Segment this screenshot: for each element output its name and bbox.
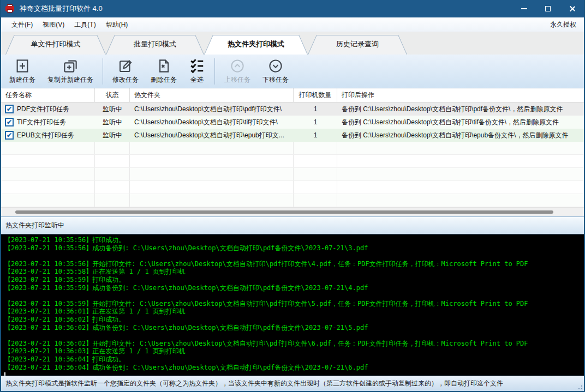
task-after-print: 备份到 C:\Users\zhou\Desktop\文档自动打印\tif备份文件… <box>337 118 584 127</box>
resize-grip-icon[interactable] <box>576 383 583 390</box>
col-printer-count: 打印机数量 <box>294 88 337 102</box>
close-icon <box>569 5 575 12</box>
new-task-icon <box>14 58 31 74</box>
minimize-icon <box>521 8 527 9</box>
log-line: 【2023-07-21 10:35:59】打印成功。 <box>4 276 581 284</box>
empty-row <box>1 155 584 168</box>
task-printer-count: 1 <box>294 105 337 113</box>
task-table: 任务名称 状态 热文件夹 打印机数量 打印后操作 ✔ PDF文件打印任务 监听中… <box>1 88 584 207</box>
title-bar: 神奇文档批量打印软件 4.0 <box>1 0 584 17</box>
task-status: 监听中 <box>95 131 130 140</box>
log-line <box>4 252 581 260</box>
col-after-print: 打印后操作 <box>337 88 584 102</box>
task-hot-folder: C:\Users\zhou\Desktop\文档自动打印\pdf打印文件\ <box>130 105 294 114</box>
move-down-task-button[interactable]: 下移任务 <box>256 56 295 87</box>
print-log-console: 【2023-07-21 10:35:56】打印成功。 【2023-07-21 1… <box>1 234 584 376</box>
log-line: 【2023-07-21 10:36:02】打印成功。 <box>4 316 581 324</box>
log-line <box>4 331 581 340</box>
window-title: 神奇文档批量打印软件 4.0 <box>20 4 103 14</box>
menu-file[interactable]: 文件(F) <box>7 18 38 32</box>
row-checkbox[interactable]: ✔ <box>5 118 14 126</box>
task-hot-folder: C:\Users\zhou\Desktop\文档自动打印\epub打印文... <box>130 131 294 140</box>
toolbar-separator <box>214 58 215 85</box>
edit-task-button[interactable]: 修改任务 <box>106 56 145 87</box>
task-printer-count: 1 <box>294 131 337 139</box>
new-task-button[interactable]: 新建任务 <box>3 56 41 87</box>
log-line: 【2023-07-21 10:35:59】成功备份到: C:\Users\zho… <box>4 284 581 292</box>
horizontal-scrollbar[interactable] <box>1 207 584 216</box>
table-row[interactable]: ✔ PDF文件打印任务 监听中 C:\Users\zhou\Desktop\文档… <box>1 102 584 116</box>
tab-batch-mode[interactable]: 批量打印模式 <box>106 35 204 55</box>
task-after-print: 备份到 C:\Users\zhou\Desktop\文档自动打印\epub备份文… <box>337 131 584 140</box>
app-window: 神奇文档批量打印软件 4.0 文件(F) 视图(V) 工具(T) 帮助(H) 永… <box>0 0 585 392</box>
task-name: EPUB文件打印任务 <box>17 131 74 140</box>
tab-strip: 单文件打印模式 批量打印模式 热文件夹打印模式 历史记录查询 <box>1 32 584 55</box>
task-name: TIF文件打印任务 <box>17 118 66 127</box>
menu-tools[interactable]: 工具(T) <box>69 18 100 32</box>
listening-status-bar: 热文件夹打印监听中 <box>1 216 584 234</box>
log-line: 【2023-07-21 10:35:56】成功备份到: C:\Users\zho… <box>4 244 581 252</box>
table-row[interactable]: ✔ TIF文件打印任务 监听中 C:\Users\zhou\Desktop\文档… <box>1 116 584 129</box>
task-status: 监听中 <box>95 105 130 114</box>
copy-new-task-icon <box>62 58 79 74</box>
move-up-icon <box>229 58 246 74</box>
log-line: 【2023-07-21 10:36:01】正在发送第 1 / 1 页到打印机 <box>4 307 581 316</box>
status-bar: 热文件夹打印模式是指软件监听一个您指定的文件夹（可称之为热文件夹），当该文件夹中… <box>1 376 584 391</box>
toolbar-separator <box>103 58 103 85</box>
delete-task-button[interactable]: 删除任务 <box>145 56 183 87</box>
task-status: 监听中 <box>95 118 130 127</box>
log-line: 【2023-07-21 10:36:02】开始打印文件: C:\Users\zh… <box>4 340 581 348</box>
row-checkbox[interactable]: ✔ <box>5 105 14 113</box>
log-line: 【2023-07-21 10:35:56】开始打印文件: C:\Users\zh… <box>4 260 581 268</box>
empty-row <box>1 142 584 155</box>
col-status: 状态 <box>95 88 130 102</box>
license-status: 永久授权 <box>550 20 578 29</box>
select-all-button[interactable]: 全选 <box>183 56 211 87</box>
log-line: 【2023-07-21 10:36:02】成功备份到: C:\Users\zho… <box>4 324 581 332</box>
col-task-name: 任务名称 <box>1 88 95 102</box>
log-line: 【2023-07-21 10:36:04】成功备份到: C:\Users\zho… <box>4 364 581 372</box>
task-hot-folder: C:\Users\zhou\Desktop\文档自动打印\tif打印文件\ <box>130 118 294 127</box>
menu-bar: 文件(F) 视图(V) 工具(T) 帮助(H) 永久授权 <box>1 17 584 32</box>
toolbar: 新建任务 复制并新建任务 修改任务 删除任务 <box>1 55 584 88</box>
copy-new-task-button[interactable]: 复制并新建任务 <box>41 56 99 87</box>
app-printer-icon <box>5 4 15 13</box>
task-printer-count: 1 <box>294 118 337 126</box>
move-down-icon <box>267 58 284 74</box>
edit-task-icon <box>117 58 134 74</box>
empty-row <box>1 168 584 181</box>
log-line: 【2023-07-21 10:35:58】正在发送第 1 / 1 页到打印机 <box>4 268 581 276</box>
empty-row <box>1 181 584 194</box>
listening-status-text: 热文件夹打印监听中 <box>5 221 64 230</box>
tab-single-file-mode[interactable]: 单文件打印模式 <box>5 35 106 55</box>
task-name: PDF文件打印任务 <box>17 105 69 114</box>
select-all-icon <box>189 58 205 74</box>
minimize-button[interactable] <box>512 0 536 17</box>
task-after-print: 备份到 C:\Users\zhou\Desktop\文档自动打印\pdf备份文件… <box>337 105 584 114</box>
col-hot-folder: 热文件夹 <box>130 88 294 102</box>
log-line: 【2023-07-21 10:35:59】开始打印文件: C:\Users\zh… <box>4 300 581 308</box>
log-line: 【2023-07-21 10:36:03】正在发送第 1 / 1 页到打印机 <box>4 347 581 355</box>
tab-hot-folder-mode[interactable]: 热文件夹打印模式 <box>204 35 308 55</box>
delete-task-icon <box>156 58 172 74</box>
console-cursor-line <box>4 371 581 376</box>
log-line: 【2023-07-21 10:36:04】打印成功。 <box>4 355 581 364</box>
row-checkbox[interactable]: ✔ <box>5 131 14 140</box>
close-button[interactable] <box>560 0 584 17</box>
maximize-button[interactable] <box>536 0 560 17</box>
menu-help[interactable]: 帮助(H) <box>101 18 133 32</box>
status-bar-text: 热文件夹打印模式是指软件监听一个您指定的文件夹（可称之为热文件夹），当该文件夹中… <box>5 379 503 388</box>
move-up-task-button: 上移任务 <box>218 56 256 87</box>
tab-history-query[interactable]: 历史记录查询 <box>308 35 407 55</box>
empty-row <box>1 194 584 207</box>
scrollbar-thumb[interactable] <box>15 210 553 214</box>
menu-view[interactable]: 视图(V) <box>38 18 69 32</box>
table-row[interactable]: ✔ EPUB文件打印任务 监听中 C:\Users\zhou\Desktop\文… <box>1 129 584 142</box>
log-line: 【2023-07-21 10:35:56】打印成功。 <box>4 236 581 244</box>
log-line <box>4 292 581 300</box>
table-header: 任务名称 状态 热文件夹 打印机数量 打印后操作 <box>1 88 584 102</box>
maximize-icon <box>545 6 551 11</box>
